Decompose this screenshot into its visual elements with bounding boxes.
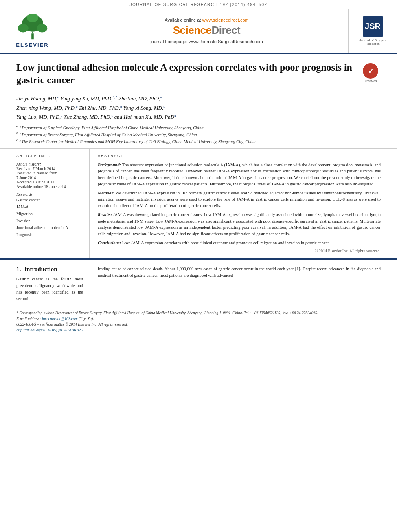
keywords-label: Keywords:: [16, 192, 83, 196]
methods-text: We determined JAM-A expression in 167 pr…: [98, 191, 381, 208]
background-label: Background:: [98, 163, 121, 167]
sciencedirect-logo: ScienceDirect: [173, 24, 241, 37]
footnote-corresponding: * Corresponding author. Department of Br…: [16, 310, 381, 316]
keyword-5: Junctional adhesion molecule A: [16, 224, 83, 231]
keyword-2: JAM-A: [16, 203, 83, 210]
intro-right: leading cause of cancer-related death. A…: [90, 266, 397, 302]
jsr-logo-box: JSR Journal of Surgical Research: [348, 9, 397, 53]
keyword-4: Invasion: [16, 217, 83, 224]
authors-line-2: Zhen-ning Wang, MD, PhD,a Zhi Zhu, MD, P…: [16, 104, 381, 113]
received-revised-date: 7 June 2014: [16, 175, 83, 180]
elsevier-name: ELSEVIER: [16, 42, 48, 48]
conclusions-text: Low JAM-A expression correlates with poo…: [122, 241, 330, 245]
footnote-doi: http://dx.doi.org/10.1016/j.jss.2014.06.…: [16, 327, 381, 333]
keywords-group: Keywords: Gastric cancer JAM-A Migration…: [16, 192, 83, 238]
journal-bar: Journal of Surgical Research 192 (2014) …: [0, 0, 397, 9]
svg-rect-0: [31, 33, 34, 39]
corresponding-label: * Corresponding author.: [16, 311, 54, 315]
keyword-3: Migration: [16, 210, 83, 217]
intro-number: 1.: [16, 266, 21, 273]
svg-point-3: [37, 24, 47, 32]
elsevier-logo-box: ELSEVIER: [0, 9, 65, 53]
intro-heading: Introduction: [24, 266, 57, 273]
available-online-date: Available online 18 June 2014: [16, 184, 83, 189]
affiliation-a: a ᵃ Department of Surgical Oncology, Fir…: [16, 124, 381, 131]
email-link[interactable]: lovecmustar@163.com: [42, 317, 78, 321]
sciencedirect-url[interactable]: www.sciencedirect.com: [202, 18, 248, 22]
intro-left: 1. Introduction Gastric cancer is the fo…: [0, 266, 90, 302]
svg-point-2: [18, 24, 28, 32]
footnote-email: E-mail address: lovecmustar@163.com (Y.-…: [16, 316, 381, 322]
article-info-column: Article Info Article history: Received 7…: [0, 149, 90, 258]
accepted-date: Accepted 13 June 2014: [16, 180, 83, 184]
crossmark-icon: ✓: [363, 63, 378, 79]
footnote-issn: 0022-4804/$ – see front matter © 2014 El…: [16, 322, 381, 327]
crossmark-badge: ✓ CrossMark: [360, 63, 381, 82]
affiliations: a ᵃ Department of Surgical Oncology, Fir…: [16, 124, 381, 145]
received-date: Received 7 March 2014: [16, 166, 83, 171]
keyword-1: Gastric cancer: [16, 196, 83, 203]
authors-section: Jin-yu Huang, MD,a Ying-ying Xu, MD, PhD…: [0, 91, 397, 148]
journal-title: Journal of Surgical Research 192 (2014) …: [129, 2, 267, 7]
abstract-results: Results: JAM-A was downregulated in gast…: [98, 212, 381, 237]
abstract-column: Abstract Background: The aberrant expres…: [90, 149, 397, 258]
email-label: E-mail address:: [16, 317, 41, 321]
jsr-full-name: Journal of Surgical Research: [353, 38, 393, 46]
intro-para-2: leading cause of cancer-related death. A…: [98, 266, 381, 279]
abstract-title: Abstract: [98, 154, 381, 159]
crossmark-label: CrossMark: [364, 79, 377, 82]
intro-para-1: Gastric cancer is the fourth most preval…: [16, 276, 83, 302]
footnote-section: * Corresponding author. Department of Br…: [0, 307, 397, 337]
history-label: Article history:: [16, 162, 83, 166]
article-title: Low junctional adhesion molecule A expre…: [16, 61, 360, 86]
background-text: The aberrant expression of junctional ad…: [98, 163, 381, 186]
introduction-section: 1. Introduction Gastric cancer is the fo…: [0, 259, 397, 302]
abstract-background: Background: The aberrant expression of j…: [98, 162, 381, 188]
two-column-section: Article Info Article history: Received 7…: [0, 149, 397, 258]
jsr-badge: JSR: [363, 16, 383, 37]
conclusions-label: Conclusions:: [98, 241, 121, 245]
title-section: Low junctional adhesion molecule A expre…: [0, 54, 397, 91]
authors-line-1: Jin-yu Huang, MD,a Ying-ying Xu, MD, PhD…: [16, 94, 381, 103]
journal-header: ELSEVIER Available online at www.science…: [0, 9, 397, 54]
available-online-label: Available online at www.sciencedirect.co…: [165, 18, 248, 22]
results-label: Results:: [98, 212, 112, 217]
page: Journal of Surgical Research 192 (2014) …: [0, 0, 397, 532]
copyright-line: © 2014 Elsevier Inc. All rights reserved…: [98, 249, 381, 253]
received-revised-label: Received in revised form: [16, 171, 83, 175]
keyword-6: Prognosis: [16, 231, 83, 238]
doi-link[interactable]: http://dx.doi.org/10.1016/j.jss.2014.06.…: [16, 328, 83, 332]
email-suffix: (Y.-y. Xu).: [79, 317, 94, 321]
results-text: JAM-A was downregulated in gastric cance…: [98, 212, 381, 236]
affiliation-c: c ᶜ The Research Center for Medical Geno…: [16, 138, 381, 145]
methods-label: Methods:: [98, 191, 114, 195]
elsevier-tree-icon: [10, 14, 55, 40]
article-info-title: Article Info: [16, 154, 83, 159]
keywords-list: Gastric cancer JAM-A Migration Invasion …: [16, 196, 83, 238]
article-history: Article history: Received 7 March 2014 R…: [16, 162, 83, 189]
journal-homepage: journal homepage: www.JournalofSurgicalR…: [150, 39, 263, 44]
abstract-conclusions: Conclusions: Low JAM-A expression correl…: [98, 240, 381, 246]
corresponding-text: Department of Breast Surgery, First Affi…: [55, 311, 318, 315]
abstract-methods: Methods: We determined JAM-A expression …: [98, 190, 381, 209]
header-center: Available online at www.sciencedirect.co…: [65, 9, 348, 53]
intro-title-row: 1. Introduction: [16, 266, 83, 276]
authors-line-3: Yang Luo, MD, PhD,c Xue Zhang, MD, PhD,c…: [16, 113, 381, 121]
affiliation-b: b ᵇ Department of Breast Surgery, First …: [16, 131, 381, 138]
